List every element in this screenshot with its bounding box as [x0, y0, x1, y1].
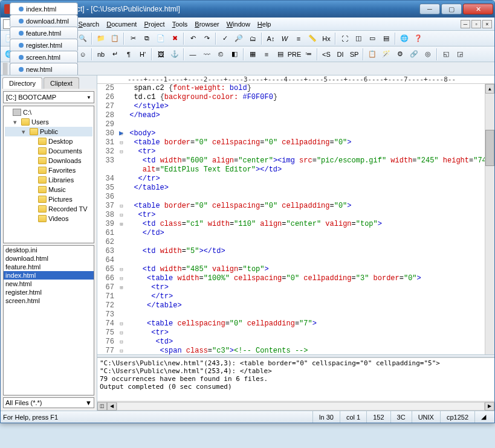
tab-screen-html[interactable]: screen.html: [10, 51, 78, 63]
scroll-right-icon[interactable]: ▶: [485, 402, 494, 411]
scroll-up-icon[interactable]: ▲: [485, 84, 494, 94]
tab-new-html[interactable]: new.html: [10, 63, 78, 75]
img-icon[interactable]: 🖼: [154, 48, 167, 61]
tree-item[interactable]: Documents: [5, 146, 92, 156]
comment-icon[interactable]: 〰: [200, 48, 213, 61]
anchor-icon[interactable]: ⚓: [168, 48, 181, 61]
vertical-scrollbar[interactable]: ▲: [485, 84, 494, 354]
maximize-button[interactable]: ▢: [441, 4, 462, 14]
mdi-close-button[interactable]: ×: [482, 20, 492, 28]
char-icon[interactable]: ©: [214, 48, 227, 61]
close-button[interactable]: ✕: [463, 4, 493, 14]
menu-document[interactable]: Document: [103, 19, 140, 29]
wrap-icon[interactable]: W: [278, 32, 291, 45]
delete-icon[interactable]: ✖: [168, 32, 181, 45]
pre-icon[interactable]: PRE: [288, 48, 301, 61]
font-icon[interactable]: A↕: [264, 32, 277, 45]
tab-register-html[interactable]: register.html: [10, 39, 78, 51]
fold-marker-icon[interactable]: ⊟: [118, 265, 125, 274]
menu-window[interactable]: Window: [223, 19, 254, 29]
file-item[interactable]: desktop.ini: [4, 246, 94, 254]
dir-icon[interactable]: 📁: [94, 32, 108, 45]
fullscreen-icon[interactable]: ⛶: [338, 32, 351, 45]
split-icon[interactable]: ◫: [352, 32, 365, 45]
tree-item[interactable]: Music: [5, 185, 92, 194]
tree-item[interactable]: Downloads: [5, 156, 92, 165]
menu-help[interactable]: Help: [254, 19, 275, 29]
undo-icon[interactable]: ↶: [186, 32, 199, 45]
ruler-icon[interactable]: 📏: [306, 32, 319, 45]
fold-marker-icon[interactable]: ⊟: [118, 319, 125, 328]
block-icon[interactable]: ▤: [274, 48, 287, 61]
file-item[interactable]: screen.html: [4, 296, 94, 305]
tree-item[interactable]: Videos: [5, 214, 92, 223]
fold-marker-icon[interactable]: ⊟: [118, 274, 125, 283]
nbsp-icon[interactable]: nb: [94, 48, 108, 61]
link-icon[interactable]: 🔗: [407, 48, 421, 61]
center-icon[interactable]: ≡: [260, 48, 273, 61]
fold-marker-icon[interactable]: ⊟: [118, 138, 125, 147]
color-icon[interactable]: ◧: [228, 48, 241, 61]
code-editor[interactable]: 2526272829303132333435363738396162636465…: [97, 84, 494, 354]
break-icon[interactable]: ↵: [108, 48, 121, 61]
tree-item[interactable]: Favorites: [5, 165, 92, 175]
table-icon[interactable]: ▦: [246, 48, 259, 61]
tab-index-html[interactable]: index.html: [10, 2, 78, 14]
tab-feature-html[interactable]: feature.html: [10, 27, 78, 39]
spell-icon[interactable]: ✓: [218, 32, 231, 45]
span-icon[interactable]: SP: [348, 48, 361, 61]
sidebar-tab-directory[interactable]: Directory: [2, 77, 42, 89]
findfiles-icon[interactable]: 🗂: [246, 32, 259, 45]
menu-tools[interactable]: Tools: [169, 19, 192, 29]
file-item[interactable]: new.html: [4, 280, 94, 288]
fold-marker-icon[interactable]: ⊞: [118, 220, 125, 229]
form-icon[interactable]: 📋: [366, 48, 379, 61]
find-icon[interactable]: 🔎: [232, 32, 245, 45]
tree-item[interactable]: ▾Users: [5, 117, 92, 127]
file-item[interactable]: feature.html: [4, 263, 94, 271]
help-icon[interactable]: ❓: [412, 32, 425, 45]
mdi-restore-button[interactable]: ▫: [471, 20, 481, 28]
cut-icon[interactable]: ✂: [126, 32, 140, 45]
linenum-icon[interactable]: ≡: [292, 32, 305, 45]
fold-marker-icon[interactable]: ⊟: [118, 347, 125, 354]
minimize-button[interactable]: ─: [419, 4, 440, 14]
file-item[interactable]: index.html: [4, 271, 94, 280]
hr-icon[interactable]: —: [186, 48, 199, 61]
directory-tree[interactable]: C:\▾Users▾PublicDesktopDocumentsDownload…: [3, 106, 94, 243]
tab-handle-icon[interactable]: [3, 63, 8, 75]
fold-marker-icon[interactable]: ⊟: [118, 147, 125, 156]
obj-icon[interactable]: ◎: [421, 48, 435, 61]
redo-icon[interactable]: ↷: [200, 32, 213, 45]
tree-item[interactable]: C:\: [5, 107, 92, 117]
drive-select[interactable]: [C:] BOOTCAMP ▼: [3, 91, 94, 103]
sidebar-tab-cliptext[interactable]: Cliptext: [44, 77, 79, 89]
gear-icon[interactable]: ⚙: [393, 48, 407, 61]
output-pane[interactable]: "C:\Users\Public\new.html"(243,3): <tabl…: [97, 357, 494, 401]
list-icon[interactable]: ≔: [302, 48, 315, 61]
panel-icon[interactable]: ▭: [366, 32, 379, 45]
browser-icon[interactable]: 🌐: [398, 32, 411, 45]
fold-marker-icon[interactable]: ⊟: [118, 328, 125, 338]
scroll-left-icon[interactable]: ◀: [107, 402, 117, 411]
file-list[interactable]: desktop.inidownload.htmlfeature.htmlinde…: [3, 245, 94, 395]
fold-marker-icon[interactable]: ⊟: [118, 202, 125, 211]
tree-item[interactable]: Desktop: [5, 136, 92, 146]
refresh-icon[interactable]: ◱: [439, 48, 453, 61]
tree-item[interactable]: Pictures: [5, 194, 92, 204]
menu-project[interactable]: Project: [140, 19, 168, 29]
fold-marker-icon[interactable]: ⊞: [118, 283, 125, 292]
scroll-thumb[interactable]: [485, 130, 494, 166]
tree-item[interactable]: Recorded TV: [5, 204, 92, 214]
wand-icon[interactable]: 🪄: [380, 48, 393, 61]
expand-icon[interactable]: ▾: [13, 118, 19, 126]
heading-icon[interactable]: H': [136, 48, 149, 61]
fold-marker-icon[interactable]: ⊟: [118, 338, 125, 347]
output-icon[interactable]: ▤: [380, 32, 393, 45]
tree-item[interactable]: ▾Public: [5, 127, 92, 136]
mdi-minimize-button[interactable]: ─: [461, 20, 470, 28]
expand-icon[interactable]: ▾: [22, 128, 28, 136]
script-icon[interactable]: <S: [320, 48, 333, 61]
file-item[interactable]: register.html: [4, 288, 94, 296]
clip-icon[interactable]: 📋: [108, 32, 121, 45]
